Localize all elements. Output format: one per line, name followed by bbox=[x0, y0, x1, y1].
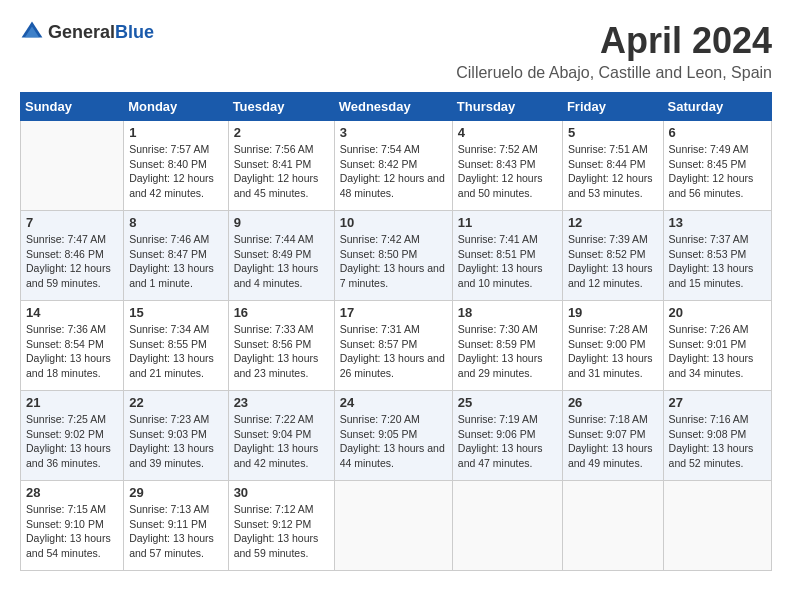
day-info: Sunrise: 7:37 AMSunset: 8:53 PMDaylight:… bbox=[669, 232, 766, 291]
day-info: Sunrise: 7:12 AMSunset: 9:12 PMDaylight:… bbox=[234, 502, 329, 561]
logo-icon bbox=[20, 20, 44, 44]
calendar-cell: 17Sunrise: 7:31 AMSunset: 8:57 PMDayligh… bbox=[334, 301, 452, 391]
day-number: 6 bbox=[669, 125, 766, 140]
day-info: Sunrise: 7:46 AMSunset: 8:47 PMDaylight:… bbox=[129, 232, 222, 291]
calendar-cell: 16Sunrise: 7:33 AMSunset: 8:56 PMDayligh… bbox=[228, 301, 334, 391]
calendar-cell: 28Sunrise: 7:15 AMSunset: 9:10 PMDayligh… bbox=[21, 481, 124, 571]
calendar-cell: 19Sunrise: 7:28 AMSunset: 9:00 PMDayligh… bbox=[562, 301, 663, 391]
day-number: 12 bbox=[568, 215, 658, 230]
calendar-cell: 25Sunrise: 7:19 AMSunset: 9:06 PMDayligh… bbox=[452, 391, 562, 481]
day-info: Sunrise: 7:36 AMSunset: 8:54 PMDaylight:… bbox=[26, 322, 118, 381]
column-header-thursday: Thursday bbox=[452, 93, 562, 121]
day-info: Sunrise: 7:25 AMSunset: 9:02 PMDaylight:… bbox=[26, 412, 118, 471]
calendar-cell: 20Sunrise: 7:26 AMSunset: 9:01 PMDayligh… bbox=[663, 301, 771, 391]
day-number: 28 bbox=[26, 485, 118, 500]
calendar-cell: 29Sunrise: 7:13 AMSunset: 9:11 PMDayligh… bbox=[124, 481, 228, 571]
day-number: 24 bbox=[340, 395, 447, 410]
calendar-cell: 4Sunrise: 7:52 AMSunset: 8:43 PMDaylight… bbox=[452, 121, 562, 211]
logo-blue-text: Blue bbox=[115, 22, 154, 42]
day-number: 11 bbox=[458, 215, 557, 230]
day-info: Sunrise: 7:30 AMSunset: 8:59 PMDaylight:… bbox=[458, 322, 557, 381]
day-number: 20 bbox=[669, 305, 766, 320]
calendar-cell bbox=[21, 121, 124, 211]
calendar-week-row: 1Sunrise: 7:57 AMSunset: 8:40 PMDaylight… bbox=[21, 121, 772, 211]
day-number: 25 bbox=[458, 395, 557, 410]
day-info: Sunrise: 7:51 AMSunset: 8:44 PMDaylight:… bbox=[568, 142, 658, 201]
day-number: 19 bbox=[568, 305, 658, 320]
day-number: 8 bbox=[129, 215, 222, 230]
calendar-cell: 13Sunrise: 7:37 AMSunset: 8:53 PMDayligh… bbox=[663, 211, 771, 301]
page-header: GeneralBlue April 2024 Cilleruelo de Aba… bbox=[20, 20, 772, 82]
day-number: 14 bbox=[26, 305, 118, 320]
column-header-friday: Friday bbox=[562, 93, 663, 121]
calendar-cell: 12Sunrise: 7:39 AMSunset: 8:52 PMDayligh… bbox=[562, 211, 663, 301]
day-number: 26 bbox=[568, 395, 658, 410]
day-info: Sunrise: 7:23 AMSunset: 9:03 PMDaylight:… bbox=[129, 412, 222, 471]
calendar-cell: 26Sunrise: 7:18 AMSunset: 9:07 PMDayligh… bbox=[562, 391, 663, 481]
day-number: 18 bbox=[458, 305, 557, 320]
day-number: 13 bbox=[669, 215, 766, 230]
day-number: 4 bbox=[458, 125, 557, 140]
column-header-saturday: Saturday bbox=[663, 93, 771, 121]
calendar-cell bbox=[663, 481, 771, 571]
day-info: Sunrise: 7:47 AMSunset: 8:46 PMDaylight:… bbox=[26, 232, 118, 291]
day-number: 5 bbox=[568, 125, 658, 140]
calendar-body: 1Sunrise: 7:57 AMSunset: 8:40 PMDaylight… bbox=[21, 121, 772, 571]
calendar-cell bbox=[452, 481, 562, 571]
calendar-cell: 3Sunrise: 7:54 AMSunset: 8:42 PMDaylight… bbox=[334, 121, 452, 211]
column-header-tuesday: Tuesday bbox=[228, 93, 334, 121]
day-number: 30 bbox=[234, 485, 329, 500]
logo-general-text: General bbox=[48, 22, 115, 42]
day-number: 22 bbox=[129, 395, 222, 410]
column-header-monday: Monday bbox=[124, 93, 228, 121]
calendar-cell bbox=[562, 481, 663, 571]
day-info: Sunrise: 7:41 AMSunset: 8:51 PMDaylight:… bbox=[458, 232, 557, 291]
day-number: 3 bbox=[340, 125, 447, 140]
title-section: April 2024 Cilleruelo de Abajo, Castille… bbox=[456, 20, 772, 82]
day-info: Sunrise: 7:16 AMSunset: 9:08 PMDaylight:… bbox=[669, 412, 766, 471]
day-number: 29 bbox=[129, 485, 222, 500]
day-info: Sunrise: 7:42 AMSunset: 8:50 PMDaylight:… bbox=[340, 232, 447, 291]
day-info: Sunrise: 7:39 AMSunset: 8:52 PMDaylight:… bbox=[568, 232, 658, 291]
day-number: 17 bbox=[340, 305, 447, 320]
calendar-cell: 24Sunrise: 7:20 AMSunset: 9:05 PMDayligh… bbox=[334, 391, 452, 481]
day-number: 10 bbox=[340, 215, 447, 230]
day-info: Sunrise: 7:19 AMSunset: 9:06 PMDaylight:… bbox=[458, 412, 557, 471]
calendar-cell: 10Sunrise: 7:42 AMSunset: 8:50 PMDayligh… bbox=[334, 211, 452, 301]
calendar-week-row: 7Sunrise: 7:47 AMSunset: 8:46 PMDaylight… bbox=[21, 211, 772, 301]
logo: GeneralBlue bbox=[20, 20, 154, 44]
day-info: Sunrise: 7:33 AMSunset: 8:56 PMDaylight:… bbox=[234, 322, 329, 381]
day-info: Sunrise: 7:26 AMSunset: 9:01 PMDaylight:… bbox=[669, 322, 766, 381]
calendar-cell: 7Sunrise: 7:47 AMSunset: 8:46 PMDaylight… bbox=[21, 211, 124, 301]
calendar-cell: 27Sunrise: 7:16 AMSunset: 9:08 PMDayligh… bbox=[663, 391, 771, 481]
day-number: 16 bbox=[234, 305, 329, 320]
day-info: Sunrise: 7:56 AMSunset: 8:41 PMDaylight:… bbox=[234, 142, 329, 201]
day-number: 9 bbox=[234, 215, 329, 230]
calendar-cell: 15Sunrise: 7:34 AMSunset: 8:55 PMDayligh… bbox=[124, 301, 228, 391]
day-info: Sunrise: 7:49 AMSunset: 8:45 PMDaylight:… bbox=[669, 142, 766, 201]
calendar-cell: 23Sunrise: 7:22 AMSunset: 9:04 PMDayligh… bbox=[228, 391, 334, 481]
column-header-sunday: Sunday bbox=[21, 93, 124, 121]
day-info: Sunrise: 7:34 AMSunset: 8:55 PMDaylight:… bbox=[129, 322, 222, 381]
main-title: April 2024 bbox=[456, 20, 772, 62]
day-info: Sunrise: 7:18 AMSunset: 9:07 PMDaylight:… bbox=[568, 412, 658, 471]
calendar-cell: 2Sunrise: 7:56 AMSunset: 8:41 PMDaylight… bbox=[228, 121, 334, 211]
day-info: Sunrise: 7:28 AMSunset: 9:00 PMDaylight:… bbox=[568, 322, 658, 381]
calendar-week-row: 14Sunrise: 7:36 AMSunset: 8:54 PMDayligh… bbox=[21, 301, 772, 391]
day-info: Sunrise: 7:31 AMSunset: 8:57 PMDaylight:… bbox=[340, 322, 447, 381]
day-info: Sunrise: 7:44 AMSunset: 8:49 PMDaylight:… bbox=[234, 232, 329, 291]
calendar-week-row: 28Sunrise: 7:15 AMSunset: 9:10 PMDayligh… bbox=[21, 481, 772, 571]
day-info: Sunrise: 7:52 AMSunset: 8:43 PMDaylight:… bbox=[458, 142, 557, 201]
calendar-cell: 14Sunrise: 7:36 AMSunset: 8:54 PMDayligh… bbox=[21, 301, 124, 391]
day-number: 15 bbox=[129, 305, 222, 320]
calendar-header-row: SundayMondayTuesdayWednesdayThursdayFrid… bbox=[21, 93, 772, 121]
column-header-wednesday: Wednesday bbox=[334, 93, 452, 121]
calendar-cell: 6Sunrise: 7:49 AMSunset: 8:45 PMDaylight… bbox=[663, 121, 771, 211]
day-info: Sunrise: 7:54 AMSunset: 8:42 PMDaylight:… bbox=[340, 142, 447, 201]
day-number: 2 bbox=[234, 125, 329, 140]
calendar-week-row: 21Sunrise: 7:25 AMSunset: 9:02 PMDayligh… bbox=[21, 391, 772, 481]
calendar-table: SundayMondayTuesdayWednesdayThursdayFrid… bbox=[20, 92, 772, 571]
subtitle: Cilleruelo de Abajo, Castille and Leon, … bbox=[456, 64, 772, 82]
day-number: 27 bbox=[669, 395, 766, 410]
calendar-cell: 9Sunrise: 7:44 AMSunset: 8:49 PMDaylight… bbox=[228, 211, 334, 301]
